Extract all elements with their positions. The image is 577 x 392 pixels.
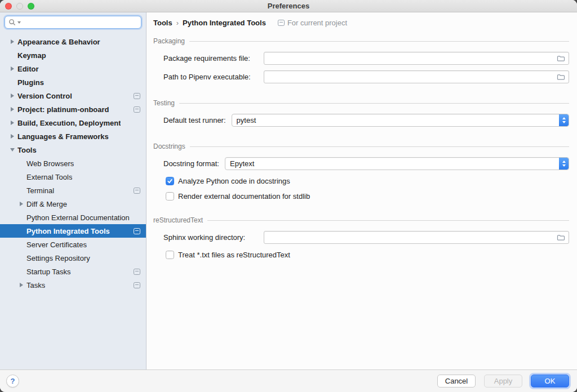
render-external-docs-label: Render external documentation for stdlib — [178, 192, 310, 201]
browse-folder-icon[interactable] — [557, 234, 565, 241]
docstring-format-label: Docstring format: — [163, 159, 219, 168]
per-project-settings-icon — [134, 228, 140, 234]
checkbox-icon[interactable] — [166, 177, 174, 185]
sphinx-working-directory-input[interactable] — [268, 233, 557, 242]
selected-test-runner: pytest — [237, 116, 559, 124]
for-current-project-label: For current project — [287, 19, 347, 27]
section-divider — [189, 41, 569, 42]
search-options-caret-icon[interactable] — [17, 21, 21, 24]
treat-txt-restructuredtext-checkbox-row[interactable]: Treat *.txt files as reStructuredText — [166, 251, 569, 259]
for-current-project-note: For current project — [278, 19, 347, 27]
chevron-right-icon[interactable] — [7, 134, 17, 139]
pipenv-executable-row: Path to Pipenv executable: — [163, 70, 569, 83]
sphinx-working-directory-field[interactable] — [264, 231, 569, 244]
checkbox-icon[interactable] — [166, 192, 174, 201]
per-project-settings-icon — [134, 93, 140, 99]
default-test-runner-select[interactable]: pytest — [232, 114, 569, 127]
traffic-lights — [5, 3, 34, 10]
per-project-settings-icon — [134, 269, 140, 275]
sidebar-item-web-browsers[interactable]: Web Browsers — [0, 157, 146, 170]
package-requirements-row: Package requirements file: — [163, 52, 569, 65]
section-header-docstrings: Docstrings — [153, 141, 569, 152]
help-button[interactable]: ? — [6, 375, 19, 387]
sidebar-item-external-tools[interactable]: External Tools — [0, 170, 146, 184]
settings-search-field[interactable] — [5, 16, 141, 29]
sidebar-item-project-platinum-onboard[interactable]: Project: platinum-onboard — [0, 103, 146, 116]
sidebar-item-server-certificates[interactable]: Server Certificates — [0, 238, 146, 251]
default-test-runner-label: Default test runner: — [163, 116, 226, 124]
chevron-right-icon[interactable] — [7, 39, 17, 44]
sidebar-item-tools[interactable]: Tools — [0, 143, 146, 157]
sidebar-item-build-execution-deployment[interactable]: Build, Execution, Deployment — [0, 116, 146, 130]
footer-bar: ? Cancel Apply OK — [0, 369, 577, 392]
combo-stepper-icon[interactable] — [559, 114, 569, 126]
section-title: Packaging — [153, 37, 185, 45]
chevron-right-icon[interactable] — [7, 66, 17, 71]
sidebar-item-diff-merge[interactable]: Diff & Merge — [0, 197, 146, 211]
ok-button[interactable]: OK — [531, 375, 569, 387]
cancel-button[interactable]: Cancel — [437, 375, 476, 387]
checkbox-icon[interactable] — [166, 251, 174, 259]
pipenv-executable-label: Path to Pipenv executable: — [163, 73, 258, 81]
sidebar-item-terminal[interactable]: Terminal — [0, 184, 146, 197]
settings-sidebar: Appearance & Behavior Keymap Editor Plug… — [0, 12, 147, 369]
selected-docstring-format: Epytext — [230, 159, 559, 168]
section-header-restructuredtext: reStructuredText — [153, 215, 569, 225]
per-project-settings-icon — [134, 106, 140, 113]
per-project-settings-icon — [134, 282, 140, 288]
chevron-down-icon[interactable] — [7, 148, 17, 152]
chevron-right-icon[interactable] — [16, 202, 26, 206]
breadcrumb-current-page: Python Integrated Tools — [183, 19, 266, 27]
chevron-right-icon[interactable] — [16, 283, 26, 287]
browse-folder-icon[interactable] — [557, 74, 565, 81]
treat-txt-restructuredtext-label: Treat *.txt files as reStructuredText — [178, 251, 290, 259]
sidebar-item-plugins[interactable]: Plugins — [0, 75, 146, 89]
sidebar-item-tasks[interactable]: Tasks — [0, 278, 146, 292]
default-test-runner-row: Default test runner: pytest — [163, 114, 569, 127]
sidebar-item-settings-repository[interactable]: Settings Repository — [0, 251, 146, 265]
search-icon — [8, 19, 16, 26]
section-divider — [179, 103, 569, 104]
sidebar-item-editor[interactable]: Editor — [0, 62, 146, 75]
docstring-format-select[interactable]: Epytext — [225, 157, 569, 170]
sidebar-item-version-control[interactable]: Version Control — [0, 89, 146, 103]
sidebar-item-startup-tasks[interactable]: Startup Tasks — [0, 265, 146, 278]
breadcrumb-tools[interactable]: Tools — [153, 19, 172, 27]
pipenv-executable-field[interactable] — [264, 70, 569, 83]
breadcrumb-separator-icon: › — [176, 19, 179, 27]
render-external-docs-checkbox-row[interactable]: Render external documentation for stdlib — [166, 192, 569, 201]
chevron-right-icon[interactable] — [7, 121, 17, 125]
fullscreen-window-button[interactable] — [28, 3, 34, 10]
search-input[interactable] — [23, 18, 137, 26]
pipenv-executable-input[interactable] — [268, 73, 557, 81]
chevron-right-icon[interactable] — [7, 93, 17, 98]
section-divider — [190, 146, 569, 147]
section-title: reStructuredText — [153, 216, 203, 224]
section-divider — [207, 220, 569, 221]
analyze-python-docstrings-checkbox-row[interactable]: Analyze Python code in docstrings — [166, 177, 569, 185]
browse-folder-icon[interactable] — [557, 55, 565, 62]
titlebar: Preferences — [0, 0, 577, 12]
sidebar-item-keymap[interactable]: Keymap — [0, 48, 146, 62]
sidebar-item-languages-frameworks[interactable]: Languages & Frameworks — [0, 130, 146, 143]
window-body: Appearance & Behavior Keymap Editor Plug… — [0, 12, 577, 369]
chevron-right-icon[interactable] — [7, 107, 17, 112]
sphinx-working-directory-label: Sphinx working directory: — [163, 233, 258, 242]
apply-button: Apply — [484, 375, 522, 387]
sidebar-item-python-integrated-tools[interactable]: Python Integrated Tools — [0, 224, 146, 238]
per-project-settings-icon — [134, 188, 140, 194]
window-title: Preferences — [0, 2, 577, 10]
docstring-format-row: Docstring format: Epytext — [163, 157, 569, 170]
package-requirements-field[interactable] — [264, 52, 569, 65]
package-requirements-input[interactable] — [268, 54, 557, 63]
settings-tree: Appearance & Behavior Keymap Editor Plug… — [0, 30, 146, 369]
current-project-icon — [278, 20, 285, 26]
sphinx-working-directory-row: Sphinx working directory: — [163, 231, 569, 244]
package-requirements-label: Package requirements file: — [163, 54, 258, 63]
section-header-testing: Testing — [153, 98, 569, 108]
combo-stepper-icon[interactable] — [559, 158, 569, 170]
dialog-buttons: Cancel Apply OK — [437, 375, 569, 387]
close-window-button[interactable] — [5, 3, 12, 10]
sidebar-item-appearance-behavior[interactable]: Appearance & Behavior — [0, 35, 146, 48]
sidebar-item-python-external-documentation[interactable]: Python External Documentation — [0, 211, 146, 224]
